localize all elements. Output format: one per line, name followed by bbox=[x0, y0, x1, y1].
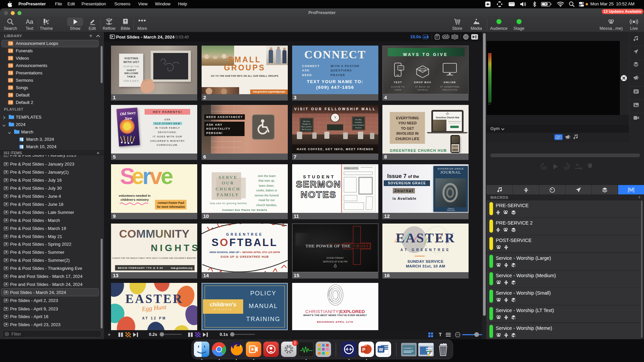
svg-text:30: 30 bbox=[576, 163, 579, 167]
svg-text:15: 15 bbox=[565, 166, 568, 169]
svg-text:W: W bbox=[379, 347, 383, 352]
svg-text:P: P bbox=[362, 347, 365, 352]
svg-text:15: 15 bbox=[542, 166, 545, 169]
